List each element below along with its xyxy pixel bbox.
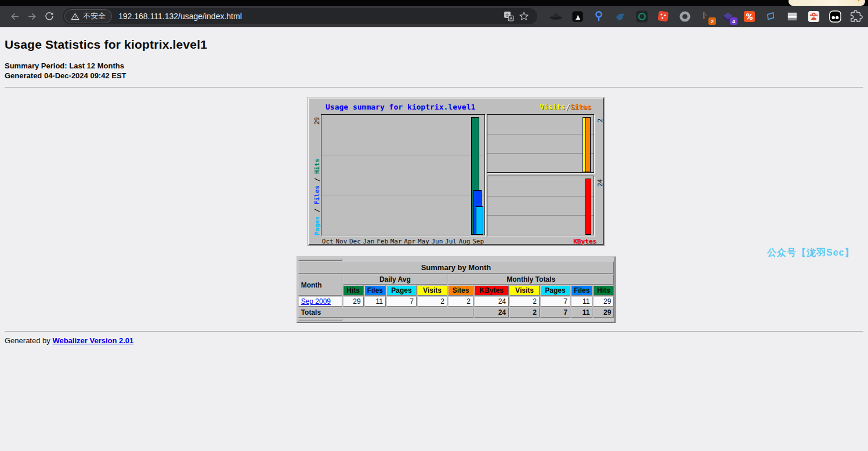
- total-hits: 29: [593, 307, 614, 318]
- usage-summary-graph: Usage summary for kioptrix.level1 Visits…: [308, 97, 604, 245]
- omnibox[interactable]: 不安全 192.168.111.132/usage/index.html 文 A: [63, 8, 537, 24]
- legend-sites: Sites: [570, 103, 591, 111]
- footer-prefix: Generated by: [5, 336, 52, 345]
- percent-icon: [743, 10, 756, 23]
- total-pages: 7: [540, 307, 570, 318]
- extension-person[interactable]: [806, 9, 820, 23]
- cell-daily-visits: 2: [417, 296, 447, 307]
- extension-hat[interactable]: [549, 9, 563, 23]
- daily-visits-header: Visits: [417, 285, 447, 296]
- reload-button[interactable]: [41, 8, 58, 25]
- visits-sites-plot: [487, 114, 594, 173]
- extension-eyes[interactable]: [828, 9, 842, 23]
- extension-hook-badge-2[interactable]: 2: [699, 9, 713, 23]
- back-button[interactable]: [6, 8, 23, 25]
- extension-green-ring[interactable]: [635, 9, 649, 23]
- notification-caret-icon: ▾: [858, 0, 860, 3]
- browser-toolbar: 不安全 192.168.111.132/usage/index.html 文 A: [0, 6, 868, 27]
- security-chip-label: 不安全: [83, 11, 106, 21]
- extension-flask[interactable]: [570, 9, 584, 23]
- extension-badge: 2: [708, 17, 716, 25]
- kbytes-bar: [585, 179, 591, 235]
- footer: Generated by Webalizer Version 2.01: [5, 336, 863, 345]
- extension-gray-ring[interactable]: [678, 9, 692, 23]
- legend-separator: /: [565, 103, 570, 111]
- url-text[interactable]: 192.168.111.132/usage/index.html: [118, 12, 242, 21]
- generated-date-text: Generated 04-Dec-2024 09:42 EST: [5, 71, 863, 81]
- cell-files: 11: [571, 296, 592, 307]
- extension-dice[interactable]: [656, 9, 670, 23]
- webpage: Usage Statistics for kioptrix.level1 Sum…: [0, 27, 868, 450]
- monthly-kbytes-header: KBytes: [474, 285, 509, 296]
- month-link[interactable]: Sep 2009: [301, 297, 331, 305]
- hits-files-pages-plot: [321, 114, 485, 235]
- extensions-menu-button[interactable]: [849, 9, 863, 23]
- total-files: 11: [571, 307, 592, 318]
- extension-pin[interactable]: [592, 9, 606, 23]
- chart-legend: Visits/Sites: [540, 103, 591, 111]
- pages-bar: [476, 206, 483, 235]
- forward-button[interactable]: [23, 8, 41, 25]
- table-title: Summary by Month: [298, 261, 614, 274]
- bookmark-star-icon: [519, 11, 529, 21]
- monthly-sites-header: Sites: [448, 285, 473, 296]
- warning-triangle-icon: [71, 12, 79, 21]
- table-spacer: [298, 258, 342, 261]
- gridline: [487, 215, 594, 216]
- totals-row: Totals 24 2 7 11 29: [298, 307, 614, 318]
- stripes-icon: [786, 10, 799, 23]
- kbytes-plot: [487, 176, 594, 235]
- back-arrow-icon: [9, 11, 20, 22]
- totals-label: Totals: [298, 307, 473, 318]
- extension-bird[interactable]: [613, 9, 627, 23]
- daily-pages-header: Pages: [386, 285, 417, 296]
- month-label: Feb: [375, 238, 389, 245]
- monthly-pages-header: Pages: [540, 285, 570, 296]
- notification-popup[interactable]: ▾: [789, 0, 865, 6]
- puzzle-icon: [850, 10, 863, 23]
- cell-pages: 7: [540, 296, 570, 307]
- daily-files-header: Files: [364, 285, 386, 296]
- month-label: Oct: [321, 238, 335, 245]
- left-axis-series-label: Pages / Files / Hits: [313, 159, 321, 236]
- gridline: [487, 153, 594, 154]
- total-kbytes: 24: [474, 307, 509, 318]
- security-chip[interactable]: 不安全: [65, 10, 111, 23]
- extension-diamond[interactable]: [764, 9, 777, 23]
- eyes-icon: [829, 10, 842, 23]
- left-axis-max-label: 29: [313, 117, 321, 125]
- table-row: Sep 2009 29 11 7 2 2 24 2 7 11 29: [298, 296, 614, 307]
- cell-hits: 29: [593, 296, 614, 307]
- forward-arrow-icon: [27, 11, 38, 22]
- chart-title: Usage summary for kioptrix.level1: [326, 103, 475, 111]
- page-title: Usage Statistics for kioptrix.level1: [5, 38, 863, 52]
- kbytes-axis-label: KBytes: [573, 238, 596, 245]
- month-label: Mar: [389, 238, 403, 245]
- month-label: Nov: [335, 238, 349, 245]
- webalizer-link[interactable]: Webalizer Version 2.01: [52, 336, 133, 345]
- cell-daily-pages: 7: [386, 296, 417, 307]
- gridline: [487, 134, 594, 134]
- monthly-totals-group-header: Monthly Totals: [448, 274, 614, 285]
- month-label: Apr: [403, 238, 417, 245]
- daily-avg-group-header: Daily Avg: [343, 274, 447, 285]
- bird-icon: [614, 10, 627, 23]
- extensions-row: 2 4: [549, 9, 868, 23]
- monthly-visits-header: Visits: [509, 285, 540, 296]
- month-label: Dec: [348, 238, 362, 245]
- extension-percent[interactable]: [742, 9, 756, 23]
- extension-gem-badge-4[interactable]: 4: [721, 9, 735, 23]
- gridline: [321, 195, 484, 195]
- bottom-divider: [5, 331, 863, 332]
- month-label: Jun: [431, 238, 444, 245]
- extension-stripes[interactable]: [785, 9, 799, 23]
- month-label: Jul: [444, 238, 458, 245]
- sites-bar: [585, 117, 591, 172]
- right-bottom-axis-max-label: 24: [596, 179, 604, 187]
- translate-button[interactable]: 文 A: [501, 9, 516, 24]
- legend-visits: Visits: [540, 103, 565, 111]
- gridline: [487, 196, 594, 197]
- bookmark-button[interactable]: [516, 9, 531, 24]
- right-top-axis-max-label: 2: [596, 118, 604, 122]
- colored-header-row: Hits Files Pages Visits Sites KBytes Vis…: [298, 285, 614, 296]
